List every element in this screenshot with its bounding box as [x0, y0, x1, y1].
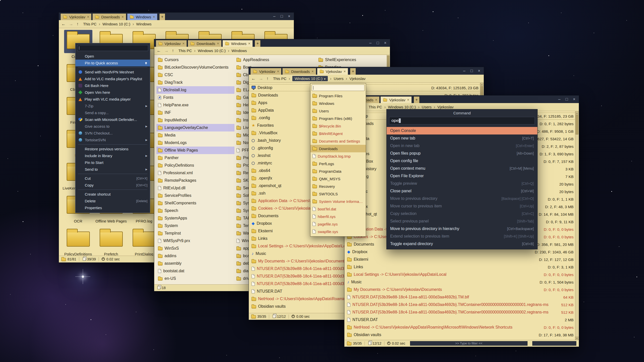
up-button[interactable]: ↑	[266, 76, 269, 81]
file-row-addins[interactable]: addins	[156, 252, 234, 260]
close-button[interactable]: ×	[384, 41, 386, 45]
file-row-inf[interactable]: INF	[156, 109, 234, 116]
file-row-en-us[interactable]: en-US	[156, 275, 234, 282]
new-tab-button[interactable]: +	[350, 68, 356, 75]
menu-item-add-to-vlc-media-player-s-playlist[interactable]: Add to VLC media player's Playlist	[75, 75, 150, 82]
menu-item-play-with-vlc-media-player[interactable]: Play with VLC media player	[75, 96, 150, 103]
menu-item-svn-checkout[interactable]: SVN Checkout...	[75, 130, 150, 137]
tab-close-icon[interactable]: ×	[248, 41, 250, 46]
status-extra-input[interactable]	[532, 341, 576, 346]
file-row-panther[interactable]: Panther	[156, 154, 234, 162]
tab-close-icon[interactable]: ×	[277, 69, 279, 73]
close-button[interactable]: ×	[478, 69, 480, 73]
breadcrumb-windows-10-c[interactable]: Windows 10 (C:)	[102, 22, 130, 26]
back-button[interactable]: ←	[157, 48, 161, 53]
drive-item-swtools[interactable]: SWTOOLS	[310, 190, 366, 198]
scrollbar-thumb[interactable]	[576, 115, 578, 134]
grid-item-policydefinitions[interactable]: PolicyDefinitions	[62, 227, 95, 256]
file-row-rtlexupd-dll[interactable]: RtlExUpd.dll	[156, 184, 234, 192]
file-row-helppane-exe[interactable]: HelpPane.exe	[156, 101, 234, 109]
breadcrumb-windows-10-c[interactable]: Windows 10 (C:)▾	[292, 76, 328, 81]
file-row-speech[interactable]: Speech	[156, 207, 234, 214]
menu-item-restore-previous-versions[interactable]: Restore previous versions	[75, 146, 150, 152]
breadcrumb-this-pc[interactable]: This PC	[273, 76, 287, 81]
back-button[interactable]: ←	[61, 22, 66, 27]
palette-item-move-to-previous-directory-in-hierarchy[interactable]: Move to previous directory in hierarchy[…	[387, 225, 537, 233]
file-row-eksterni[interactable]: EksterniD: 12, F: 127, 12 GB	[345, 256, 579, 263]
up-button[interactable]: ↑	[172, 48, 174, 53]
tab-close-icon[interactable]: ×	[153, 15, 155, 19]
file-row-ntuser-dat-53b39e88-18c4-11ea-a811-000d3aa4692b-tmcontainer00000000000000000002-regtrans-ms[interactable]: NTUSER.DAT{53b39e88-18c4-11ea-a811-000d3…	[345, 308, 579, 316]
type-to-filter-input[interactable]: >> Type to filter <<	[410, 341, 528, 346]
palette-item-toggle-preview[interactable]: Toggle preview[Ctrl+Q]	[387, 180, 537, 187]
drive-item-hiberfil-sys[interactable]: hiberfil.sys	[310, 213, 366, 220]
menu-item-delete[interactable]: Delete[Delete]	[75, 198, 150, 204]
forward-button[interactable]: →	[69, 22, 73, 27]
drive-item-documents-and-settings[interactable]: Documents and Settings	[310, 137, 366, 145]
file-row-ntuser-dat-53b39e88-18c4-11ea-a811-000d3aa4692b-tm-blf[interactable]: NTUSER.DAT{53b39e88-18c4-11ea-a811-000d3…	[345, 293, 579, 301]
tab-downloads[interactable]: Downloads×	[282, 68, 316, 75]
file-row-music[interactable]: ♪MusicD: 0, F: 1, 504 bytes	[345, 278, 579, 286]
menu-item-pin-to-start[interactable]: Pin to Start	[75, 159, 150, 166]
file-row-shellexperiences[interactable]: ShellExperiences	[317, 56, 390, 64]
tab-close-icon[interactable]: ×	[217, 41, 219, 46]
tab-windows[interactable]: Windows×	[127, 13, 157, 20]
breadcrumb-vjekoslav[interactable]: Vjekoslav	[437, 105, 454, 109]
palette-item-open-console[interactable]: Open Console	[387, 127, 537, 134]
minimize-button[interactable]: –	[463, 69, 465, 73]
maximize-button[interactable]: □	[566, 97, 568, 102]
tab-close-icon[interactable]: ×	[87, 15, 89, 19]
drive-item-boottel-dat[interactable]: bootTel.dat	[310, 205, 366, 213]
palette-item-select-previous-panel[interactable]: Select previous panel[Shift+Tab]	[387, 217, 537, 225]
scrollbar[interactable]: ▲ ▼	[575, 111, 579, 340]
scroll-up-button[interactable]: ▲	[480, 83, 484, 86]
drive-item-recovery[interactable]: Recovery	[310, 183, 366, 190]
drive-item-program-files-x86[interactable]: Program Files (x86)	[310, 115, 366, 122]
minimize-button[interactable]: –	[558, 97, 560, 102]
tab-close-icon[interactable]: ×	[375, 98, 377, 102]
drive-item-programdata[interactable]: ProgramData	[310, 167, 366, 175]
file-row-serviceprofiles[interactable]: ServiceProfiles	[156, 192, 234, 199]
file-row-ntuser-dat-53b39e88-18c4-11ea-a811-000d3aa4692b-tmcontainer00000000000000000001-regtrans-ms[interactable]: NTUSER.DAT{53b39e88-18c4-11ea-a811-000d3…	[345, 301, 579, 308]
breadcrumb-windows-10-c[interactable]: Windows 10 (C:)	[388, 105, 416, 109]
tab-vjekoslav[interactable]: Vjekoslav×	[317, 68, 348, 75]
grid-item-prefetch[interactable]: Prefetch	[95, 227, 128, 256]
drive-item-perflogs[interactable]: PerfLogs	[310, 160, 366, 167]
palette-input[interactable]: ope	[389, 117, 535, 124]
menu-item-copy[interactable]: Copy[Ctrl+C]	[75, 182, 150, 189]
file-row-links[interactable]: LinksD: 0, F: 3, 1 KB	[345, 263, 579, 271]
palette-item-toggle-expand-directory[interactable]: Toggle expand directory[Ctrl+B]	[387, 240, 537, 248]
context-menu-filter-input[interactable]	[77, 45, 148, 51]
file-row-winsxs[interactable]: WinSxS	[156, 245, 234, 252]
new-tab-button[interactable]: +	[414, 96, 420, 103]
file-row-bitlockerdiscoveryvolumecontents[interactable]: BitLockerDiscoveryVolumeContents	[156, 64, 234, 71]
file-row-ntuser-dat[interactable]: NTUSER.DAT2 MB	[345, 316, 579, 324]
up-button[interactable]: ↑	[76, 22, 79, 27]
tab-close-icon[interactable]: ×	[312, 69, 314, 73]
breadcrumb-this-pc[interactable]: This PC	[83, 22, 97, 26]
file-row-inputmethod[interactable]: InputMethod	[156, 116, 234, 124]
palette-item-open-new-tab[interactable]: Open new tab[Ctrl+T]	[387, 134, 537, 142]
new-tab-button[interactable]: +	[255, 40, 261, 47]
tab-vjekoslav[interactable]: Vjekoslav×	[380, 96, 412, 103]
file-row-languageoverlaycache[interactable]: LanguageOverlayCache	[156, 124, 234, 131]
file-row-system[interactable]: System	[156, 222, 234, 230]
file-row-assembly[interactable]: assembly	[156, 260, 234, 267]
file-row-cursors[interactable]: Cursors	[156, 56, 234, 64]
menu-item-pin-to-quick-access[interactable]: Pin to Quick access	[75, 60, 150, 66]
file-row-professional-xml[interactable]: Professional.xml	[156, 169, 234, 177]
tab-close-icon[interactable]: ×	[407, 98, 409, 102]
tab-vjekoslav[interactable]: Vjekoslav×	[250, 68, 281, 75]
drive-item-system-volume-information[interactable]: System Volume Information	[310, 198, 366, 205]
menu-item-send-a-copy[interactable]: Send a copy...	[75, 109, 150, 116]
breadcrumb-users[interactable]: Users	[422, 105, 431, 109]
file-row-my-documents-c-users-vjekoslav-documents[interactable]: My Documents -> C:\Users\Vjekoslav\Docum…	[345, 286, 579, 293]
menu-item-open-vim-here[interactable]: Open Vim here	[75, 89, 150, 96]
menu-item-send-to[interactable]: Send to▶	[75, 166, 150, 173]
palette-item-open-context-menu[interactable]: Open context menu[Ctrl+M] [Menu]	[387, 165, 537, 172]
file-row-desktop[interactable]: DesktopD: 43034, F: 125185, 23 GB	[249, 84, 484, 92]
breadcrumb-windows[interactable]: Windows	[136, 22, 151, 26]
file-row-modemlogs[interactable]: ModemLogs	[156, 139, 234, 147]
drive-filter-input[interactable]	[312, 84, 365, 91]
breadcrumb-vjekoslav[interactable]: Vjekoslav	[349, 76, 366, 81]
